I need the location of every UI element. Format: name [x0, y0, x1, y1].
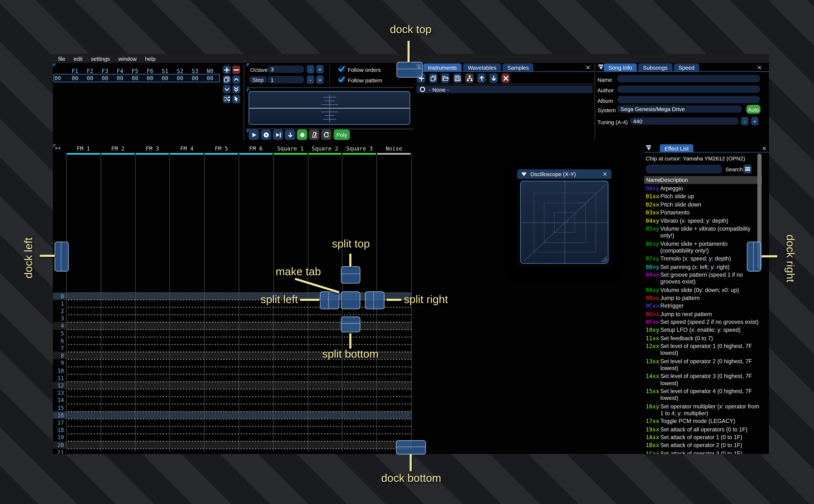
split-left-target[interactable] [320, 291, 339, 309]
dock-top-target[interactable] [396, 62, 423, 78]
order-channel-header[interactable]: S1 [158, 68, 172, 74]
instrument-clone-button[interactable] [429, 73, 438, 83]
channel-separator[interactable] [204, 155, 205, 452]
repeat-pattern-button[interactable] [321, 130, 331, 140]
orders-clone-button[interactable] [223, 75, 231, 84]
orders-chev-down-button[interactable] [223, 85, 231, 93]
order-cell[interactable]: 00 [98, 75, 112, 81]
effect-row[interactable]: 17xxToggle PCM mode (LEGACY) [644, 418, 761, 425]
order-channel-header[interactable]: S3 [188, 68, 202, 74]
order-channel-header[interactable]: F6 [143, 68, 157, 74]
orders-dbl-down-button[interactable] [232, 85, 240, 93]
effect-row[interactable]: 13xxSet level of operator 2 (0 highest, … [644, 358, 761, 372]
menu-item-help[interactable]: help [145, 55, 156, 62]
split-bottom-target[interactable] [341, 317, 360, 332]
tab-speed[interactable]: Speed [674, 63, 699, 72]
system-input[interactable]: Sega Genesis/Mega Drive [617, 105, 742, 113]
effect-row[interactable]: 19xxSet attack of all operators (0 to 1F… [644, 426, 761, 433]
tuning-plus-button[interactable]: + [751, 117, 759, 125]
effect-row[interactable]: 02xxPitch slide down [644, 201, 761, 208]
dock-bottom-target[interactable] [396, 440, 426, 454]
pattern-channel-header[interactable]: FM 1 [66, 145, 101, 152]
step-one-row-button[interactable] [285, 130, 295, 140]
play-button[interactable] [249, 130, 259, 140]
close-icon[interactable]: ✕ [603, 171, 607, 178]
instrument-up-button[interactable] [477, 73, 486, 83]
field-input-author[interactable] [617, 85, 760, 93]
effect-row[interactable]: 05xyVolume slide + vibrato (compatibilit… [644, 225, 761, 239]
orders-shuffle-button[interactable] [223, 95, 231, 103]
make-tab-target[interactable] [341, 291, 360, 309]
tuning-input[interactable]: 440 [630, 117, 738, 125]
split-top-target[interactable] [341, 266, 360, 284]
oscilloscope-xy-titlebar[interactable]: Oscilloscope (X-Y) ✕ [517, 169, 612, 179]
menu-item-settings[interactable]: settings [91, 55, 110, 62]
effect-row[interactable]: 16xySet operator multiplier (x: operator… [644, 403, 761, 417]
split-right-target[interactable] [365, 291, 384, 309]
effect-row[interactable]: 0DxxJump to next pattern [644, 311, 761, 318]
dock-left-target[interactable] [55, 242, 69, 272]
instrument-delete-button[interactable] [502, 73, 510, 83]
menu-item-file[interactable]: file [58, 55, 65, 62]
order-channel-header[interactable]: N0 [202, 68, 217, 74]
tab-effect-list[interactable]: Effect List [660, 144, 693, 153]
record-button[interactable] [297, 130, 307, 140]
effect-row[interactable]: 01xxPitch slide up [644, 193, 761, 200]
effect-row[interactable]: 08xySet panning (x: left; y: right) [644, 263, 761, 270]
orders-chev-up-button[interactable] [232, 75, 240, 84]
order-cell[interactable]: 00 [188, 75, 202, 81]
step-plus-button[interactable]: + [316, 76, 324, 84]
effect-row[interactable]: 03xxPortamento [644, 209, 761, 216]
close-icon[interactable]: ✕ [585, 64, 591, 71]
effect-row[interactable]: 0CxxRetrigger [644, 303, 761, 310]
instrument-open-button[interactable] [441, 73, 450, 83]
follow-orders-checkbox[interactable] [338, 66, 344, 72]
channel-separator[interactable] [101, 155, 101, 452]
play-from-beginning-button[interactable] [261, 130, 271, 140]
pattern-channel-header[interactable]: Square 1 [273, 145, 308, 152]
effect-row[interactable]: 04xyVibrato (x: speed; y: depth) [644, 217, 761, 224]
tab-wavetables[interactable]: Wavetables [463, 63, 501, 72]
collapse-icon[interactable] [521, 172, 527, 176]
tab-song-info[interactable]: Song Info [604, 63, 637, 72]
pattern-channel-header[interactable]: FM 5 [204, 145, 238, 152]
close-icon[interactable]: ✕ [756, 64, 763, 71]
pattern-channel-header[interactable]: Noise [377, 145, 411, 152]
effect-row[interactable]: 10xySetup LFO (x: enable; y: speed) [644, 327, 761, 334]
pattern-channel-header[interactable]: FM 2 [101, 145, 135, 152]
tab-subsongs[interactable]: Subsongs [638, 63, 672, 72]
instrument-down-button[interactable] [490, 73, 498, 83]
effect-row[interactable]: 0BxxJump to pattern [644, 295, 761, 302]
tab-instruments[interactable]: Instruments [423, 63, 462, 72]
pattern-channel-header[interactable]: FM 4 [170, 145, 204, 152]
panel-menu-icon[interactable] [598, 64, 604, 71]
effect-list-menu-button[interactable] [743, 165, 752, 173]
tab-samples[interactable]: Samples [503, 63, 534, 72]
order-cell[interactable]: 00 [113, 75, 127, 81]
order-channel-header[interactable]: F3 [98, 68, 112, 74]
play-one-row-button[interactable] [273, 130, 283, 140]
order-cell[interactable]: 00 [143, 75, 157, 81]
order-cell[interactable]: 00 [158, 75, 172, 81]
instrument-save-button[interactable] [453, 73, 462, 83]
orders-pointer-button[interactable] [232, 95, 240, 103]
effect-row[interactable]: 09xxSet groove pattern (speed 1 if no gr… [644, 272, 761, 285]
step-input[interactable]: 1 [267, 76, 304, 83]
dock-right-target[interactable] [747, 242, 761, 272]
pattern-channel-header[interactable]: Square 2 [308, 145, 342, 152]
effect-row[interactable]: 0FxxSet speed (speed 2 if no grooves exi… [644, 319, 761, 326]
pattern-corner-label[interactable]: ++ [55, 145, 61, 151]
instrument-list-item[interactable]: - None - [417, 85, 593, 93]
channel-separator[interactable] [170, 155, 170, 452]
effect-row[interactable]: 06xyVolume slide + portamento (compatibi… [644, 240, 761, 254]
channel-separator[interactable] [308, 155, 308, 452]
orders-remove-button[interactable] [232, 66, 240, 74]
follow-pattern-checkbox[interactable] [338, 76, 344, 83]
effect-row[interactable]: 1AxxSet attack of operator 1 (0 to 1F) [644, 434, 761, 441]
menu-item-window[interactable]: window [118, 55, 137, 62]
metronome-button[interactable] [309, 130, 319, 140]
octave-minus-button[interactable]: - [307, 65, 314, 74]
oscilloscope-xy-window[interactable]: Oscilloscope (X-Y) ✕ [517, 169, 612, 267]
panel-menu-icon[interactable] [645, 145, 652, 152]
tuning-minus-button[interactable]: - [741, 117, 749, 125]
